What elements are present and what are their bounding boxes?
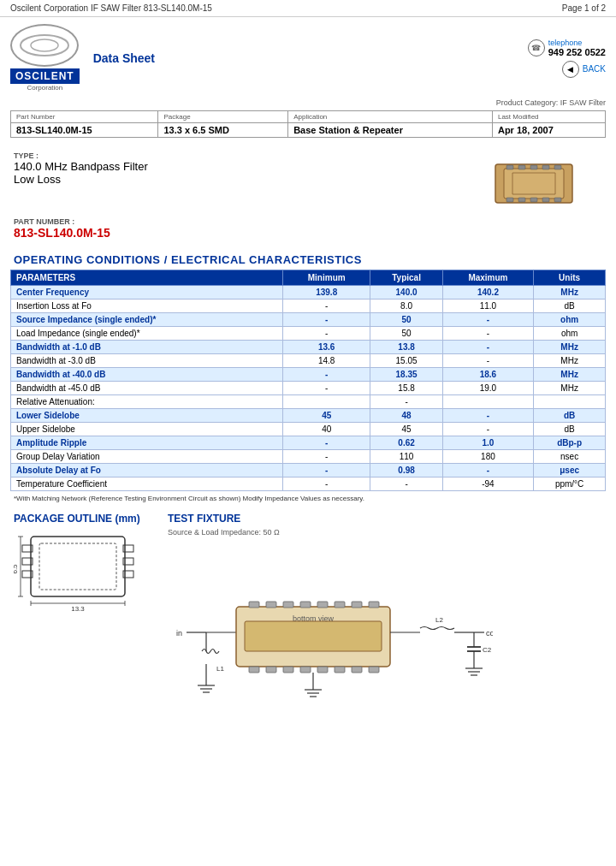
- svg-rect-9: [506, 198, 513, 202]
- param-units: nsec: [534, 450, 606, 464]
- param-typ: -: [370, 477, 442, 491]
- param-typ: 48: [370, 409, 442, 423]
- param-name: Load Impedance (single ended)*: [11, 327, 283, 341]
- table-row: Absolute Delay at Fo-0.98-μsec: [11, 464, 606, 477]
- col-header-maximum: Maximum: [442, 270, 534, 286]
- param-max: -: [442, 313, 534, 327]
- param-max: [442, 395, 534, 409]
- svg-rect-61: [245, 621, 382, 651]
- param-min: -: [282, 464, 370, 477]
- param-name: Group Delay Variation: [11, 450, 283, 464]
- val-application: Base Station & Repeater: [288, 123, 493, 138]
- param-name: Lower Sidelobe: [11, 409, 283, 423]
- col-package: Package: [158, 111, 288, 123]
- part-number-label: PART NUMBER :: [14, 217, 602, 226]
- col-header-units: Units: [534, 270, 606, 286]
- col-header-minimum: Minimum: [282, 270, 370, 286]
- table-row: Insertion Loss at Fo-8.011.0dB: [11, 300, 606, 313]
- svg-text:L2: L2: [435, 616, 443, 624]
- param-units: ohm: [534, 313, 606, 327]
- val-last-modified: Apr 18, 2007: [492, 123, 605, 138]
- logo-oval: [10, 24, 79, 67]
- param-units: MHz: [534, 368, 606, 382]
- table-row: Amplitude Ripple-0.621.0dBp-p: [11, 436, 606, 450]
- svg-rect-50: [335, 602, 345, 608]
- param-typ: 0.98: [370, 464, 442, 477]
- table-row: Load Impedance (single ended)*-50-ohm: [11, 327, 606, 341]
- param-min: 14.8: [282, 354, 370, 368]
- param-max: -: [442, 327, 534, 341]
- param-units: dBp-p: [534, 436, 606, 450]
- package-outline-diagram: 13.3 6.5: [14, 528, 142, 614]
- param-units: [534, 395, 606, 409]
- product-category: Product Category: IF SAW Filter: [0, 98, 616, 110]
- type-label: TYPE :: [14, 151, 602, 160]
- bottom-section: PACKAGE OUTLINE (mm) 13.3 6.5 TEST F: [0, 506, 616, 720]
- table-row: Bandwidth at -1.0 dB13.613.8-MHz: [11, 341, 606, 354]
- brand-name: OSCILENT: [10, 68, 80, 84]
- svg-rect-60: [369, 667, 379, 673]
- logo-section: OSCILENT Corporation Data Sheet ☎ teleph…: [0, 17, 616, 98]
- param-min: 45: [282, 409, 370, 423]
- package-outline-title: PACKAGE OUTLINE (mm): [14, 513, 151, 525]
- param-name: Source Impedance (single ended)*: [11, 313, 283, 327]
- top-header: Oscilent Corporation IF SAW Filter 813-S…: [0, 0, 616, 17]
- corp-label: Corporation: [27, 84, 62, 92]
- param-min: -: [282, 327, 370, 341]
- param-units: dB: [534, 423, 606, 436]
- test-fixture-subtitle: Source & Load Impedance: 50 Ω: [168, 528, 602, 537]
- param-typ: 15.05: [370, 354, 442, 368]
- svg-rect-55: [283, 667, 293, 673]
- param-name: Relative Attenuation:: [11, 395, 283, 409]
- test-fixture: TEST FIXTURE Source & Load Impedance: 50…: [168, 513, 602, 713]
- params-table: PARAMETERS Minimum Typical Maximum Units…: [10, 270, 606, 491]
- param-name: Temperature Coefficient: [11, 477, 283, 491]
- param-min: -: [282, 300, 370, 313]
- col-last-modified: Last Modified: [492, 111, 605, 123]
- param-max: 1.0: [442, 436, 534, 450]
- svg-rect-18: [31, 537, 125, 596]
- param-name: Bandwidth at -3.0 dB: [11, 354, 283, 368]
- telephone-icon: ☎: [528, 39, 545, 56]
- param-min: -: [282, 382, 370, 395]
- table-row: Temperature Coefficient---94ppm/°C: [11, 477, 606, 491]
- telephone-number: 949 252 0522: [548, 47, 606, 57]
- param-name: Amplitude Ripple: [11, 436, 283, 450]
- param-name: Absolute Delay at Fo: [11, 464, 283, 477]
- svg-rect-13: [554, 198, 561, 202]
- param-units: MHz: [534, 354, 606, 368]
- param-typ: 110: [370, 450, 442, 464]
- svg-point-0: [21, 35, 68, 56]
- param-units: dB: [534, 300, 606, 313]
- svg-rect-59: [352, 667, 362, 673]
- back-label: BACK: [583, 64, 606, 74]
- param-typ: 0.62: [370, 436, 442, 450]
- param-min: 13.6: [282, 341, 370, 354]
- svg-rect-53: [249, 667, 259, 673]
- svg-rect-12: [542, 198, 549, 202]
- right-header: ☎ telephone 949 252 0522 ◀ BACK: [528, 39, 606, 78]
- param-max: -: [442, 464, 534, 477]
- header-title: Oscilent Corporation IF SAW Filter 813-S…: [10, 3, 212, 13]
- svg-text:C2: C2: [483, 646, 492, 654]
- table-row: Source Impedance (single ended)*-50-ohm: [11, 313, 606, 327]
- param-min: -: [282, 450, 370, 464]
- param-min: -: [282, 313, 370, 327]
- back-row[interactable]: ◀ BACK: [562, 61, 606, 78]
- svg-rect-6: [530, 165, 537, 169]
- svg-rect-52: [369, 602, 379, 608]
- svg-rect-49: [317, 602, 328, 608]
- param-units: MHz: [534, 286, 606, 300]
- svg-rect-48: [300, 602, 311, 608]
- table-row: Bandwidth at -40.0 dB-18.3518.6MHz: [11, 368, 606, 382]
- chip-image-icon: [483, 160, 585, 207]
- table-row: Upper Sidelobe4045-dB: [11, 423, 606, 436]
- param-max: -: [442, 354, 534, 368]
- param-typ: 50: [370, 313, 442, 327]
- param-min: -: [282, 477, 370, 491]
- param-min: [282, 395, 370, 409]
- back-icon: ◀: [562, 61, 579, 78]
- package-outline: PACKAGE OUTLINE (mm) 13.3 6.5: [14, 513, 151, 713]
- svg-text:13.3: 13.3: [71, 605, 85, 613]
- test-fixture-title: TEST FIXTURE: [168, 513, 602, 525]
